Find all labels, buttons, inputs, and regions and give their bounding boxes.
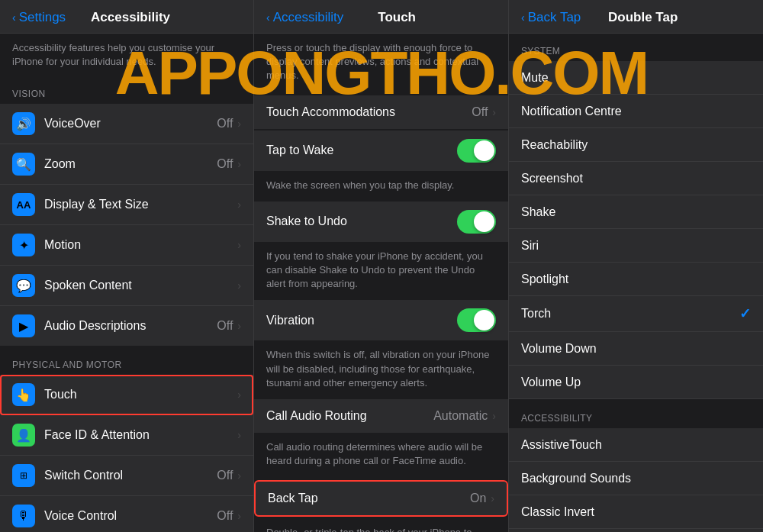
display-text-label: Display & Text Size (44, 198, 237, 211)
toggle-knob-2 (474, 211, 494, 232)
back-chevron-icon: ‹ (12, 11, 16, 24)
dt-spotlight-label: Spotlight (521, 272, 751, 286)
voiceover-icon: 🔊 (12, 112, 35, 135)
dt-item-torch[interactable]: Torch ✓ (509, 296, 763, 332)
settings-back-button[interactable]: ‹ Settings (12, 10, 66, 25)
shake-to-undo-item[interactable]: Shake to Undo (254, 202, 508, 242)
sidebar-item-motion[interactable]: ✦ Motion › (0, 225, 253, 266)
dt-item-siri[interactable]: Siri (509, 229, 763, 263)
vibration-toggle[interactable] (457, 308, 496, 332)
sidebar-item-spoken-content[interactable]: 💬 Spoken Content › (0, 266, 253, 306)
call-audio-desc: Call audio routing determines where audi… (254, 434, 508, 477)
back-tap-chevron-icon: › (491, 492, 494, 505)
dt-mute-label: Mute (521, 71, 751, 85)
vision-group: 🔊 VoiceOver Off › 🔍 Zoom Off › AA Displa… (0, 104, 253, 346)
sidebar-item-touch[interactable]: 👆 Touch › (0, 375, 253, 415)
display-text-icon: AA (12, 193, 35, 216)
touch-accommodations-value: Off (472, 105, 488, 119)
back-chevron-icon: ‹ (521, 11, 525, 24)
dt-item-background-sounds[interactable]: Background Sounds (509, 462, 763, 495)
dt-torch-checkmark-icon: ✓ (739, 305, 751, 322)
dt-shake-label: Shake (521, 205, 751, 219)
voice-control-icon: 🎙 (12, 505, 35, 527)
panel2-title: Touch (343, 10, 450, 25)
dt-item-assistive-touch[interactable]: AssistiveTouch (509, 428, 763, 462)
dt-assistive-touch-label: AssistiveTouch (521, 438, 751, 452)
tap-to-wake-item[interactable]: Tap to Wake (254, 131, 508, 171)
sidebar-item-zoom[interactable]: 🔍 Zoom Off › (0, 144, 253, 185)
vibration-label: Vibration (266, 314, 457, 327)
switch-control-label: Switch Control (44, 469, 217, 482)
system-items-group: Mute Notification Centre Reachability Sc… (509, 61, 763, 399)
toggle-knob-3 (474, 310, 494, 330)
tap-to-wake-toggle[interactable] (457, 139, 496, 163)
switch-control-icon: ⊞ (12, 464, 35, 487)
tap-to-wake-desc: Wake the screen when you tap the display… (254, 172, 508, 202)
dt-item-spotlight[interactable]: Spotlight (509, 263, 763, 296)
sidebar-item-audio-descriptions[interactable]: ▶ Audio Descriptions Off › (0, 306, 253, 346)
dt-item-shake[interactable]: Shake (509, 195, 763, 229)
touch-settings-list: Press or touch the display with enough f… (254, 34, 508, 532)
back-tap-desc: Double- or triple-tap the back of your i… (254, 520, 508, 532)
voice-control-chevron-icon: › (237, 510, 241, 522)
dt-item-classic-invert[interactable]: Classic Invert (509, 495, 763, 529)
tap-to-wake-section: Tap to Wake (254, 131, 508, 171)
display-text-chevron-icon: › (237, 198, 241, 211)
tap-to-wake-label: Tap to Wake (266, 143, 457, 157)
back-tap-section: Back Tap On › (254, 480, 508, 517)
motion-icon: ✦ (12, 234, 35, 256)
system-section-header: SYSTEM (509, 34, 763, 61)
dt-volume-down-label: Volume Down (521, 342, 751, 356)
zoom-label: Zoom (44, 157, 217, 171)
call-audio-value: Automatic (433, 409, 488, 423)
double-tap-panel: ‹ Back Tap Double Tap SYSTEM Mute Notifi… (509, 0, 763, 532)
dt-classic-invert-label: Classic Invert (521, 505, 751, 519)
back-tap-value: On (470, 492, 486, 505)
sidebar-item-display-text[interactable]: AA Display & Text Size › (0, 185, 253, 225)
sidebar-item-voice-control[interactable]: 🎙 Voice Control Off › (0, 496, 253, 532)
call-audio-section: Call Audio Routing Automatic › (254, 399, 508, 433)
dt-notification-centre-label: Notification Centre (521, 105, 751, 118)
face-id-chevron-icon: › (237, 429, 241, 441)
dt-item-notification-centre[interactable]: Notification Centre (509, 95, 763, 128)
dt-item-mute[interactable]: Mute (509, 61, 763, 95)
touch-accommodations-item[interactable]: Touch Accommodations Off › (254, 95, 508, 129)
zoom-chevron-icon: › (237, 158, 241, 170)
back-tap-back-button[interactable]: ‹ Back Tap (521, 10, 581, 25)
switch-control-value: Off (217, 469, 233, 482)
back-tap-item[interactable]: Back Tap On › (256, 482, 507, 515)
shake-to-undo-label: Shake to Undo (266, 214, 457, 228)
dt-item-colour-filters[interactable]: Colour Filters (509, 529, 763, 532)
dt-item-reachability[interactable]: Reachability (509, 128, 763, 162)
motion-chevron-icon: › (237, 239, 241, 251)
voice-control-label: Voice Control (44, 509, 217, 523)
audio-desc-label: Audio Descriptions (44, 319, 217, 333)
panel3-title: Double Tap (581, 10, 705, 25)
touch-panel: ‹ Accessibility Touch Press or touch the… (254, 0, 509, 532)
face-id-label: Face ID & Attention (44, 428, 237, 442)
physical-section-header: PHYSICAL AND MOTOR (0, 347, 253, 375)
audio-desc-icon: ▶ (12, 314, 35, 337)
shake-to-undo-toggle[interactable] (457, 210, 496, 234)
dt-screenshot-label: Screenshot (521, 172, 751, 185)
accessibility-intro: Accessibility features help you customis… (0, 34, 253, 76)
shake-to-undo-section: Shake to Undo (254, 202, 508, 242)
accessibility-back-button[interactable]: ‹ Accessibility (266, 10, 343, 25)
sidebar-item-switch-control[interactable]: ⊞ Switch Control Off › (0, 456, 253, 496)
panel1-title: Accessibility (66, 10, 195, 25)
spoken-content-chevron-icon: › (237, 279, 241, 292)
dt-item-volume-up[interactable]: Volume Up (509, 366, 763, 399)
vibration-item[interactable]: Vibration (254, 300, 508, 340)
dt-reachability-label: Reachability (521, 138, 751, 152)
zoom-value: Off (217, 157, 233, 171)
dt-item-screenshot[interactable]: Screenshot (509, 162, 763, 195)
dt-item-volume-down[interactable]: Volume Down (509, 332, 763, 366)
vision-section-header: VISION (0, 76, 253, 104)
accessibility-items-group: AssistiveTouch Background Sounds Classic… (509, 428, 763, 532)
touch-icon: 👆 (12, 383, 35, 406)
call-audio-label: Call Audio Routing (266, 409, 433, 423)
call-audio-item[interactable]: Call Audio Routing Automatic › (254, 399, 508, 433)
sidebar-item-voiceover[interactable]: 🔊 VoiceOver Off › (0, 104, 253, 144)
dt-siri-label: Siri (521, 239, 751, 253)
sidebar-item-face-id[interactable]: 👤 Face ID & Attention › (0, 415, 253, 456)
